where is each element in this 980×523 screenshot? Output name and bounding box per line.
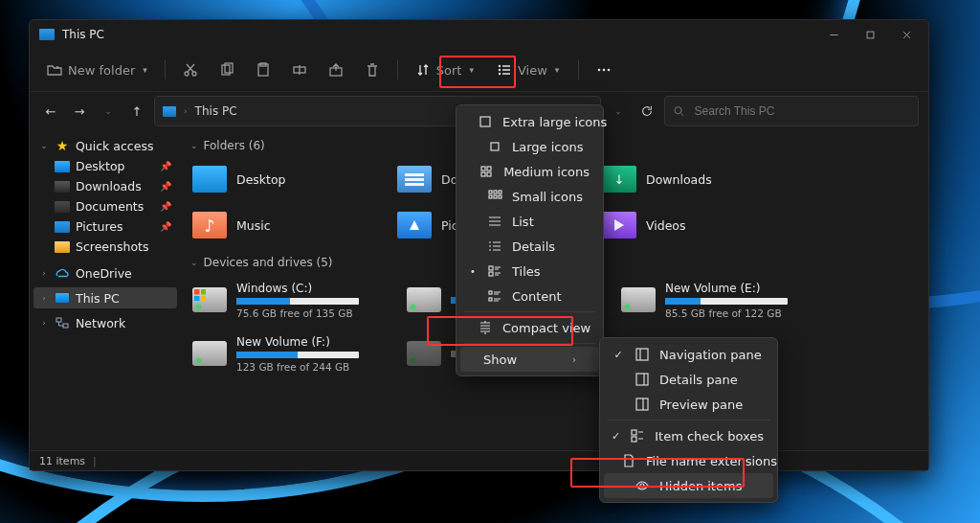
- sidebar-item-this-pc[interactable]: › This PC: [33, 287, 177, 308]
- chevron-right-icon: ›: [39, 293, 49, 303]
- view-button[interactable]: View ▾: [487, 58, 568, 81]
- folder-icon: [55, 181, 70, 193]
- svg-rect-38: [632, 437, 636, 442]
- menu-item-list[interactable]: List: [460, 209, 599, 234]
- pictures-icon: [397, 212, 432, 239]
- svg-rect-35: [636, 374, 648, 385]
- copy-button[interactable]: [212, 58, 242, 81]
- svg-rect-26: [499, 191, 501, 193]
- forward-button[interactable]: →: [68, 100, 91, 123]
- menu-item-file-name-extensions[interactable]: File name extensions: [604, 448, 773, 473]
- svg-rect-27: [489, 195, 492, 198]
- menu-item-item-check-boxes[interactable]: ✓Item check boxes: [604, 423, 773, 448]
- network-icon: [55, 315, 70, 330]
- search-input[interactable]: [693, 103, 910, 119]
- navigation-pane-icon: [635, 347, 650, 362]
- menu-item-medium-icons[interactable]: Medium icons: [460, 159, 599, 184]
- sort-button[interactable]: Sort ▾: [408, 58, 481, 81]
- sidebar-item-documents[interactable]: Documents 📌: [33, 196, 177, 216]
- small-icons-icon: [487, 189, 502, 204]
- drive-usage-bar: [236, 298, 359, 305]
- svg-rect-31: [489, 272, 493, 276]
- menu-item-details[interactable]: Details: [460, 234, 599, 259]
- content-icon: [487, 288, 502, 304]
- chevron-right-icon: ›: [572, 354, 576, 365]
- more-button[interactable]: [589, 58, 619, 81]
- menu-item-large-icons[interactable]: Large icons: [460, 134, 599, 159]
- chevron-right-icon: ›: [184, 106, 188, 116]
- pin-icon: 📌: [160, 181, 171, 192]
- pin-icon: 📌: [160, 221, 171, 232]
- checkboxes-icon: [630, 428, 645, 443]
- drive-tile[interactable]: Windows (C:) 75.6 GB free of 135 GB: [190, 275, 376, 325]
- folder-tile-music[interactable]: ♪ Music: [190, 204, 367, 246]
- folder-tile-downloads[interactable]: ↓ Downloads: [600, 158, 776, 200]
- sidebar-item-downloads[interactable]: Downloads 📌: [33, 176, 177, 196]
- chevron-down-icon: ▾: [555, 65, 560, 75]
- menu-item-hidden-items[interactable]: Hidden items: [604, 473, 773, 498]
- menu-item-extra-large-icons[interactable]: Extra large icons: [460, 109, 599, 134]
- history-button[interactable]: ⌄: [97, 100, 120, 123]
- up-button[interactable]: ↑: [125, 100, 148, 123]
- menu-item-navigation-pane[interactable]: ✓Navigation pane: [604, 342, 773, 367]
- breadcrumb-item[interactable]: This PC: [195, 104, 237, 118]
- item-count: 11 items: [39, 455, 85, 467]
- pin-icon: 📌: [160, 201, 171, 212]
- back-button[interactable]: ←: [39, 100, 62, 123]
- folder-tile-desktop[interactable]: Desktop: [190, 158, 367, 200]
- cut-button[interactable]: [175, 58, 206, 81]
- folder-icon: [55, 201, 70, 213]
- chevron-down-icon: ⌄: [190, 141, 198, 150]
- chevron-right-icon: ›: [39, 318, 49, 328]
- svg-rect-34: [636, 349, 648, 360]
- drive-tile[interactable]: New Volume (F:) 123 GB free of 244 GB: [190, 329, 376, 378]
- sort-icon: [415, 62, 431, 78]
- sidebar-item-quick-access[interactable]: ⌄ ★ Quick access: [33, 135, 177, 156]
- svg-point-12: [598, 69, 601, 72]
- sidebar-item-screenshots[interactable]: Screenshots: [33, 237, 177, 257]
- svg-rect-21: [487, 167, 491, 171]
- large-icons-icon: [487, 139, 502, 154]
- this-pc-icon: [39, 29, 55, 40]
- svg-rect-33: [489, 298, 492, 301]
- svg-point-14: [608, 69, 611, 72]
- rename-button[interactable]: [284, 58, 315, 81]
- menu-item-small-icons[interactable]: Small icons: [460, 184, 599, 209]
- svg-rect-16: [56, 318, 61, 322]
- drive-free-text: 75.6 GB free of 135 GB: [236, 307, 359, 319]
- menu-item-tiles[interactable]: •Tiles: [460, 259, 599, 284]
- maximize-button[interactable]: [852, 20, 888, 49]
- address-dropdown-button[interactable]: ⌄: [607, 100, 630, 123]
- chevron-down-icon: ▾: [143, 65, 147, 75]
- menu-item-details-pane[interactable]: Details pane: [604, 367, 773, 392]
- close-button[interactable]: [888, 20, 924, 49]
- svg-rect-32: [489, 291, 492, 294]
- paste-button[interactable]: [248, 58, 278, 81]
- sidebar-item-pictures[interactable]: Pictures 📌: [33, 216, 177, 237]
- menu-item-show[interactable]: Show ›: [460, 347, 599, 372]
- new-folder-button[interactable]: New folder ▾: [39, 58, 155, 81]
- drive-name: Windows (C:): [236, 282, 359, 295]
- menu-item-compact-view[interactable]: Compact view: [460, 315, 599, 340]
- delete-button[interactable]: [357, 58, 388, 81]
- svg-rect-23: [487, 172, 491, 176]
- documents-icon: [397, 166, 432, 193]
- search-box[interactable]: [664, 96, 919, 126]
- sidebar-item-network[interactable]: › Network: [33, 312, 177, 333]
- refresh-button[interactable]: [635, 100, 658, 123]
- extra-large-icons-icon: [478, 114, 493, 129]
- svg-point-1: [185, 72, 189, 76]
- menu-item-content[interactable]: Content: [460, 284, 599, 308]
- drive-tile[interactable]: New Volume (E:) 85.5 GB free of 122 GB: [619, 275, 805, 325]
- folder-tile-videos[interactable]: Videos: [600, 204, 776, 246]
- sidebar-item-desktop[interactable]: Desktop 📌: [33, 156, 177, 176]
- svg-rect-19: [491, 143, 499, 150]
- drive-icon: [192, 341, 227, 366]
- sidebar-item-onedrive[interactable]: › OneDrive: [33, 262, 177, 284]
- share-button[interactable]: [321, 58, 351, 81]
- minimize-button[interactable]: [815, 20, 852, 49]
- menu-item-preview-pane[interactable]: Preview pane: [604, 392, 773, 417]
- navigation-pane: ⌄ ★ Quick access Desktop 📌 Downloads 📌 D…: [30, 129, 181, 451]
- rename-icon: [292, 62, 307, 78]
- music-icon: ♪: [192, 212, 227, 239]
